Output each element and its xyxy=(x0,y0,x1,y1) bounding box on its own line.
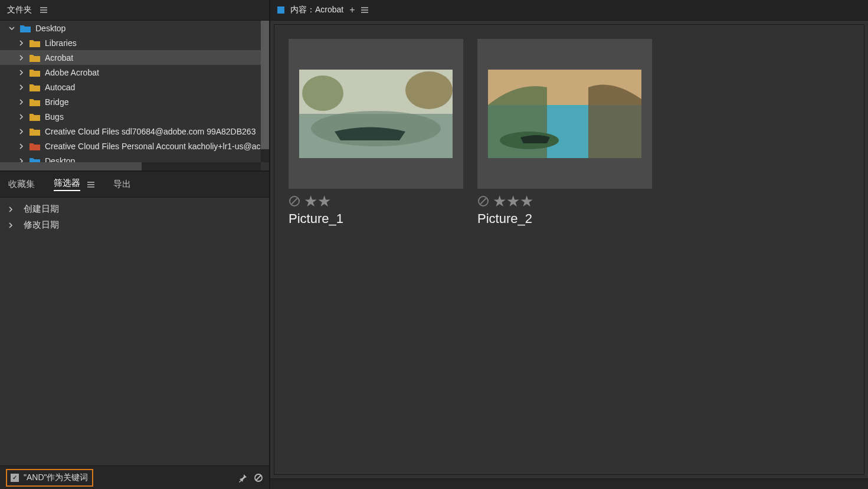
filter-label: 创建日期 xyxy=(24,204,59,215)
tree-label: Desktop xyxy=(35,24,65,33)
star-rating[interactable]: ★★ xyxy=(304,193,331,209)
content-path: Acrobat xyxy=(315,5,343,14)
tree-row[interactable]: Autocad xyxy=(0,80,269,94)
star-icon: ★ xyxy=(520,192,533,210)
and-keyword-toggle[interactable]: ✓ "AND"作为关键词 xyxy=(6,469,93,487)
cancel-icon[interactable] xyxy=(254,473,263,483)
star-icon: ★ xyxy=(317,192,331,210)
left-panel: 文件夹 Desktop LibrariesAcrobatAdobe Acroba… xyxy=(0,0,270,489)
horizontal-scrollbar[interactable] xyxy=(0,162,261,170)
star-icon: ★ xyxy=(506,192,520,210)
tree-label: Creative Cloud Files Personal Account ka… xyxy=(45,142,261,151)
pin-icon[interactable] xyxy=(238,473,248,483)
filter-bottom-bar: ✓ "AND"作为关键词 xyxy=(0,465,269,489)
vertical-scrollbar[interactable] xyxy=(261,21,269,162)
tree-label: Autocad xyxy=(45,83,75,92)
svg-point-5 xyxy=(405,71,453,109)
thumbnail-box xyxy=(289,39,463,189)
tree-label: Libraries xyxy=(45,38,77,48)
tree-row[interactable]: Adobe Acrobat xyxy=(0,65,269,80)
content-indicator-icon xyxy=(277,6,284,14)
thumbnail-name: Picture_2 xyxy=(477,211,652,227)
reject-icon[interactable] xyxy=(477,195,489,207)
thumbnail-box xyxy=(477,39,652,189)
checkbox-icon: ✓ xyxy=(11,474,19,482)
filter-row-created[interactable]: 创建日期 xyxy=(0,201,269,217)
star-rating[interactable]: ★★★ xyxy=(493,193,533,209)
tree-label: Adobe Acrobat xyxy=(45,68,99,77)
thumbnail-image xyxy=(299,70,453,158)
panel-menu-icon[interactable] xyxy=(87,182,94,188)
tree-row[interactable]: Bugs xyxy=(0,109,269,124)
tree-label: Creative Cloud Files sdl70684@adobe.com … xyxy=(45,127,256,136)
folder-icon xyxy=(30,83,40,91)
folder-icon xyxy=(30,113,40,121)
content-panel-header: 内容：Acrobat + xyxy=(270,0,868,21)
tree-row[interactable]: Acrobat xyxy=(0,50,269,65)
thumbnail-area[interactable]: ★★ Picture_1 xyxy=(274,24,864,475)
folder-icon xyxy=(30,98,40,106)
folders-panel-header: 文件夹 xyxy=(0,0,269,21)
panel-menu-icon[interactable] xyxy=(40,7,47,13)
folder-icon xyxy=(30,54,40,62)
tree-row[interactable]: Creative Cloud Files Personal Account ka… xyxy=(0,139,269,153)
thumbnail-meta: ★★★ xyxy=(477,193,652,209)
thumbnail-image xyxy=(488,70,641,158)
thumbnail-card[interactable]: ★★ Picture_1 xyxy=(289,39,463,227)
tree-label: Bugs xyxy=(45,112,64,122)
chevron-right-icon[interactable] xyxy=(17,143,26,149)
tree-row[interactable]: Bridge xyxy=(0,94,269,109)
and-label: "AND"作为关键词 xyxy=(24,472,89,483)
tree-row[interactable]: Creative Cloud Files sdl70684@adobe.com … xyxy=(0,124,269,139)
folder-icon xyxy=(20,24,31,32)
tree-row[interactable]: Libraries xyxy=(0,35,269,50)
tree-row-root[interactable]: Desktop xyxy=(0,21,269,35)
reject-icon[interactable] xyxy=(289,195,300,207)
thumbnail-card[interactable]: ★★★ Picture_2 xyxy=(477,39,652,227)
tab-export[interactable]: 导出 xyxy=(113,179,131,190)
chevron-right-icon[interactable] xyxy=(17,40,26,46)
thumbnail-name: Picture_1 xyxy=(289,211,463,227)
chevron-right-icon[interactable] xyxy=(17,84,26,90)
content-title: 内容：Acrobat xyxy=(290,5,343,15)
folders-panel-title: 文件夹 xyxy=(7,5,32,15)
chevron-right-icon[interactable] xyxy=(17,55,26,61)
chevron-right-icon[interactable] xyxy=(17,129,26,134)
filter-label: 修改日期 xyxy=(24,219,59,231)
right-panel: 内容：Acrobat + xyxy=(270,0,868,489)
folder-icon xyxy=(30,142,40,150)
filter-area: 创建日期 修改日期 xyxy=(0,198,269,465)
tab-filter[interactable]: 筛选器 xyxy=(54,178,80,191)
chevron-right-icon xyxy=(8,222,15,228)
filter-row-modified[interactable]: 修改日期 xyxy=(0,217,269,233)
content-prefix: 内容： xyxy=(290,5,315,14)
tab-favorites[interactable]: 收藏集 xyxy=(8,179,35,190)
thumbnail-meta: ★★ xyxy=(289,193,463,209)
folder-tree: Desktop LibrariesAcrobatAdobe AcrobatAut… xyxy=(0,21,269,170)
chevron-down-icon[interactable] xyxy=(7,25,17,31)
folder-icon xyxy=(30,68,40,77)
content-bottom-bar xyxy=(270,478,868,489)
tree-label: Bridge xyxy=(45,97,68,107)
chevron-right-icon[interactable] xyxy=(17,99,26,105)
star-icon: ★ xyxy=(304,192,317,210)
svg-point-4 xyxy=(302,76,343,111)
star-icon: ★ xyxy=(493,192,506,210)
plus-icon[interactable]: + xyxy=(349,5,355,15)
folder-icon xyxy=(30,39,40,47)
folder-icon xyxy=(30,127,40,136)
filter-tabs: 收藏集 筛选器 导出 xyxy=(0,170,269,198)
panel-menu-icon[interactable] xyxy=(361,7,368,13)
chevron-right-icon[interactable] xyxy=(17,70,26,76)
chevron-right-icon xyxy=(8,206,15,212)
chevron-right-icon[interactable] xyxy=(17,114,26,120)
tree-label: Acrobat xyxy=(45,53,73,63)
